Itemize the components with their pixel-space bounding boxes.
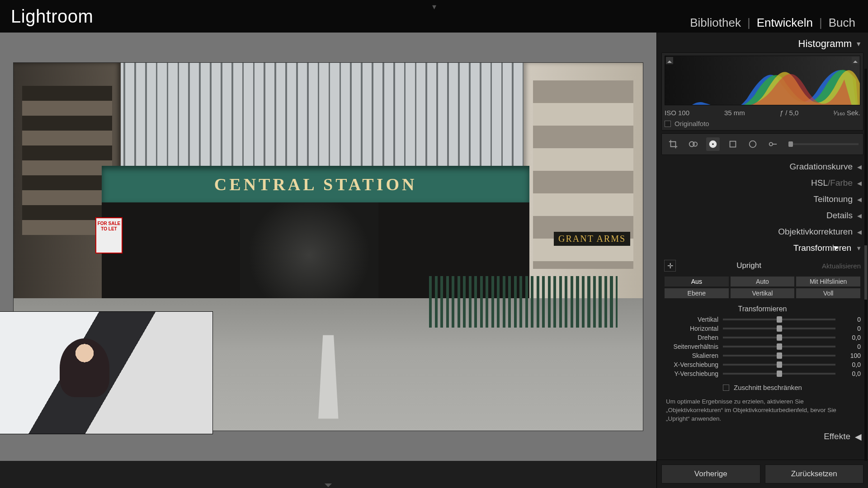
redeye-tool[interactable]	[706, 137, 720, 151]
slider-track[interactable]	[723, 337, 835, 338]
panel-scrollbar[interactable]	[864, 69, 867, 461]
reset-button[interactable]: Zurücksetzen	[765, 465, 864, 483]
transform-slider-horizontal[interactable]: Horizontal0	[664, 325, 861, 332]
previous-button[interactable]: Vorherige	[661, 465, 760, 483]
module-develop[interactable]: Entwickeln	[757, 16, 813, 30]
original-photo-label: Originalfoto	[675, 120, 709, 127]
svg-point-6	[769, 142, 773, 145]
slider-knob[interactable]	[777, 361, 782, 368]
module-separator: |	[747, 16, 750, 30]
slider-value[interactable]: 0	[840, 316, 861, 323]
transform-slider-vertikal[interactable]: Vertikal0	[664, 316, 861, 323]
original-photo-checkbox[interactable]	[665, 121, 671, 127]
upright-mode-guided[interactable]: Mit Hilfslinien	[796, 276, 861, 287]
panel-header-hsl[interactable]: HSL/Farbe◀	[661, 175, 863, 191]
slider-knob[interactable]	[777, 334, 782, 341]
slider-label: Seitenverhältnis	[664, 343, 718, 350]
transform-slider-drehen[interactable]: Drehen0,0	[664, 334, 861, 341]
crop-tool[interactable]	[666, 137, 680, 151]
upright-mode-level[interactable]: Ebene	[664, 288, 729, 299]
svg-point-1	[693, 142, 697, 146]
upright-label: Upright	[736, 261, 761, 270]
toolstrip-amount-slider[interactable]	[788, 143, 859, 145]
transform-section-label: Transformieren	[664, 305, 861, 313]
spot-removal-tool[interactable]	[686, 137, 700, 151]
meta-iso: ISO 100	[665, 109, 689, 117]
module-library[interactable]: Bibliothek	[690, 16, 741, 30]
slider-label: Drehen	[664, 334, 718, 341]
slider-label: Skalieren	[664, 352, 718, 359]
slider-label: Y-Verschiebung	[664, 370, 718, 377]
slider-knob[interactable]	[777, 371, 782, 377]
slider-value[interactable]: 0	[840, 325, 861, 332]
upright-mode-auto[interactable]: Auto	[730, 276, 795, 287]
panel-header-transform[interactable]: Transformieren ▼ ➤	[661, 240, 863, 256]
photo-text-forsale: FOR SALE TO LET	[95, 217, 123, 253]
graduated-filter-tool[interactable]	[726, 137, 740, 151]
svg-point-3	[712, 143, 714, 145]
panel-header-effects[interactable]: Effekte◀	[661, 429, 863, 442]
svg-point-5	[750, 141, 756, 148]
triangle-down-icon: ▼	[855, 40, 862, 47]
slider-track[interactable]	[723, 373, 835, 375]
panel-header-tone-curve[interactable]: Gradationskurve◀	[661, 159, 863, 175]
upright-mode-off[interactable]: Aus	[664, 276, 729, 287]
upright-mode-vertical[interactable]: Vertikal	[730, 288, 795, 299]
slider-value[interactable]: 0	[840, 343, 861, 350]
slider-track[interactable]	[723, 355, 835, 357]
slider-label: Horizontal	[664, 325, 718, 332]
local-adjustment-toolstrip	[661, 133, 863, 155]
triangle-left-icon: ◀	[857, 196, 862, 203]
presenter-webcam-overlay	[0, 312, 212, 434]
slider-value[interactable]: 0,0	[840, 334, 861, 341]
transform-panel-body: ✛ Upright Aktualisieren Aus Auto Mit Hil…	[661, 256, 863, 429]
triangle-left-icon: ◀	[857, 164, 862, 170]
triangle-left-icon: ◀	[857, 180, 862, 187]
slider-value[interactable]: 0,0	[840, 361, 861, 368]
guided-upright-tool[interactable]: ✛	[664, 260, 676, 272]
slider-value[interactable]: 100	[840, 352, 861, 359]
slider-track[interactable]	[723, 319, 835, 320]
module-separator: |	[819, 16, 822, 30]
panel-title-histogram: Histogramm	[798, 38, 852, 50]
histogram-canvas[interactable]	[665, 56, 860, 105]
slider-knob[interactable]	[777, 316, 782, 323]
meta-focal: 35 mm	[724, 109, 745, 117]
slider-track[interactable]	[723, 328, 835, 329]
upright-mode-full[interactable]: Voll	[796, 288, 861, 299]
triangle-left-icon: ◀	[857, 212, 862, 219]
transform-hint-text: Um optimale Ergebnisse zu erzielen, akti…	[664, 398, 861, 423]
histogram-box: ISO 100 35 mm ƒ / 5,0 ¹⁄₁₆₀ Sek. Origina…	[661, 52, 863, 131]
triangle-down-icon: ▼	[856, 245, 862, 252]
panel-header-details[interactable]: Details◀	[661, 207, 863, 224]
slider-track[interactable]	[723, 346, 835, 347]
upright-refresh-button[interactable]: Aktualisieren	[822, 262, 861, 270]
panel-expand-chevron[interactable]: ▾	[432, 2, 436, 12]
triangle-left-icon: ◀	[855, 432, 862, 442]
slider-value[interactable]: 0,0	[840, 370, 861, 377]
slider-knob[interactable]	[777, 343, 782, 350]
slider-label: Vertikal	[664, 316, 718, 323]
photo-text-marquee: CENTRAL STATION	[102, 166, 530, 202]
meta-shutter: ¹⁄₁₆₀ Sek.	[833, 109, 860, 117]
panel-header-lens-corrections[interactable]: Objektivkorrekturen◀	[661, 224, 863, 240]
panel-header-histogram[interactable]: Histogramm ▼	[661, 35, 863, 52]
transform-slider-x-verschiebung[interactable]: X-Verschiebung0,0	[664, 361, 861, 368]
panel-header-split-toning[interactable]: Teiltonung◀	[661, 191, 863, 207]
radial-filter-tool[interactable]	[746, 137, 760, 151]
loupe-viewport[interactable]: CENTRAL STATION GRANT ARMS FOR SALE TO L…	[0, 33, 656, 461]
filmstrip-collapsed[interactable]	[0, 461, 656, 488]
transform-slider-seitenverhältnis[interactable]: Seitenverhältnis0	[664, 343, 861, 350]
meta-aperture: ƒ / 5,0	[780, 109, 799, 117]
loupe-column: CENTRAL STATION GRANT ARMS FOR SALE TO L…	[0, 33, 656, 488]
transform-slider-y-verschiebung[interactable]: Y-Verschiebung0,0	[664, 370, 861, 377]
constrain-crop-checkbox[interactable]	[723, 385, 729, 391]
slider-track[interactable]	[723, 364, 835, 366]
slider-knob[interactable]	[777, 325, 782, 332]
module-book[interactable]: Buch	[829, 16, 855, 30]
triangle-left-icon: ◀	[857, 229, 862, 235]
slider-knob[interactable]	[777, 352, 782, 359]
transform-slider-skalieren[interactable]: Skalieren100	[664, 352, 861, 359]
adjustment-brush-tool[interactable]	[766, 137, 779, 151]
svg-rect-4	[730, 141, 736, 147]
